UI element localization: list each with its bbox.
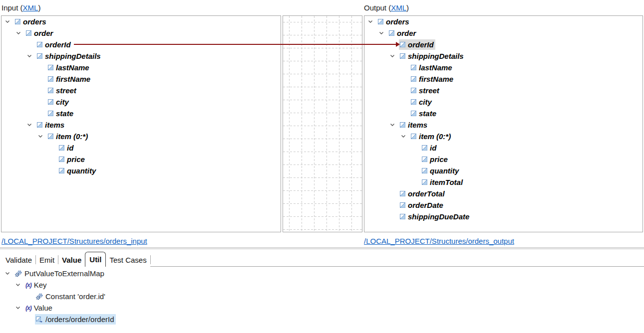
util-tree-item-putvaluetoexternalmap[interactable]: PutValueToExternalMap [0, 268, 644, 279]
fx-icon: (x) [25, 305, 31, 312]
input-tree: ordersorderorderIdshippingDetailslastNam… [1, 16, 281, 176]
chevron-down-icon[interactable] [15, 283, 24, 287]
input-tree-item-street[interactable]: street [1, 85, 281, 96]
output-xml-link[interactable]: XML [391, 3, 406, 12]
input-title-text: Input ( [1, 3, 23, 12]
input-source-link[interactable]: /LOCAL_PROJECT/Structures/orders_input [1, 237, 147, 245]
output-tree-item-street[interactable]: street [364, 85, 643, 96]
input-tree-item-orders[interactable]: orders [1, 16, 281, 27]
chevron-down-icon[interactable] [4, 272, 14, 275]
input-tree-item-item-0[interactable]: item (0:*) [1, 131, 281, 142]
output-structure-panel: ordersorderorderIdshippingDetailslastNam… [364, 15, 643, 232]
input-tree-item-firstname[interactable]: firstName [1, 73, 281, 85]
chevron-down-icon[interactable] [367, 20, 377, 23]
tab-validate[interactable]: Validate [2, 253, 35, 267]
tree-item-content: item (0:*) [410, 131, 452, 142]
tree-item-content: state [410, 108, 438, 119]
input-tree-item-price[interactable]: price [1, 154, 281, 165]
xml-element-icon [411, 111, 416, 116]
util-tree-item-constant-order-id[interactable]: Constant 'order.id' [0, 291, 644, 302]
util-tree-item-value[interactable]: (x)Value [0, 302, 644, 314]
chevron-down-icon[interactable] [389, 54, 399, 58]
util-tree-item-key[interactable]: (x)Key [0, 279, 644, 291]
output-tree-item-city[interactable]: city [364, 96, 643, 108]
tree-item-content: /orders/order/orderId [35, 314, 116, 325]
tab-value[interactable]: Value [58, 253, 85, 267]
input-tree-item-lastname[interactable]: lastName [1, 62, 281, 73]
input-tree-item-items[interactable]: items [1, 119, 281, 131]
output-tree-item-orderid[interactable]: orderId [364, 39, 643, 50]
input-tree-item-shippingdetails[interactable]: shippingDetails [1, 50, 281, 62]
util-function-tree: PutValueToExternalMap(x)KeyConstant 'ord… [0, 268, 644, 325]
tab-test-cases[interactable]: Test Cases [106, 253, 150, 267]
output-tree-item-quantity[interactable]: quantity [364, 165, 643, 176]
output-tree-item-id[interactable]: id [364, 142, 643, 154]
chevron-down-icon[interactable] [37, 135, 47, 138]
function-gears-icon [15, 270, 22, 277]
chevron-down-icon[interactable] [26, 54, 36, 58]
chevron-down-icon[interactable] [15, 306, 24, 310]
output-tree-item-items[interactable]: items [364, 119, 643, 131]
util-tree-item-orders-order-orderid[interactable]: /orders/order/orderId [0, 314, 644, 325]
output-tree-item-state[interactable]: state [364, 108, 643, 119]
tree-item-content: shippingDetails [36, 51, 102, 61]
tree-item-label: items [408, 121, 427, 129]
xml-element-icon [59, 157, 64, 162]
tree-item-label: orderId [408, 40, 434, 49]
output-tree-item-price[interactable]: price [364, 154, 643, 165]
input-xml-link[interactable]: XML [23, 3, 38, 12]
output-source-link[interactable]: /LOCAL_PROJECT/Structures/orders_output [364, 237, 514, 245]
tree-item-label: item (0:*) [56, 132, 88, 141]
xml-element-icon [48, 111, 53, 116]
output-tree-item-lastname[interactable]: lastName [364, 62, 643, 73]
mapping-line-orderid[interactable] [74, 44, 396, 45]
tree-item-content: price [421, 154, 449, 165]
tree-item-label: street [419, 86, 439, 95]
output-tree-item-orderdate[interactable]: orderDate [364, 199, 643, 211]
tree-item-label: orders [386, 17, 409, 26]
output-tree-item-orders[interactable]: orders [364, 16, 643, 27]
output-tree-item-shippingdetails[interactable]: shippingDetails [364, 50, 643, 62]
mapping-grid-canvas[interactable] [283, 15, 362, 232]
xml-element-icon [37, 122, 42, 128]
input-tree-item-quantity[interactable]: quantity [1, 165, 281, 176]
horizontal-splitter[interactable] [0, 248, 644, 248]
chevron-down-icon[interactable] [26, 123, 36, 127]
chevron-down-icon[interactable] [4, 20, 14, 23]
output-tree-item-ordertotal[interactable]: orderTotal [364, 188, 643, 199]
chevron-down-icon[interactable] [378, 31, 388, 35]
tree-item-content: orderTotal [399, 188, 446, 199]
output-tree-item-item-0[interactable]: item (0:*) [364, 131, 643, 142]
input-panel-title: Input (XML) [1, 3, 40, 12]
input-tree-item-city[interactable]: city [1, 96, 281, 108]
chevron-down-icon[interactable] [400, 135, 410, 138]
xml-element-icon [422, 168, 427, 173]
tree-item-content: lastName [47, 62, 91, 73]
input-tree-item-id[interactable]: id [1, 142, 281, 154]
tree-item-content: price [58, 154, 86, 165]
tab-util[interactable]: Util [85, 252, 106, 267]
tree-item-content: quantity [58, 166, 97, 176]
output-title-text: Output ( [364, 3, 391, 12]
input-tree-item-state[interactable]: state [1, 108, 281, 119]
output-tree-item-order[interactable]: order [364, 27, 643, 39]
xml-element-icon [411, 65, 416, 70]
tree-item-label: item (0:*) [419, 132, 451, 141]
tree-item-content: orderDate [399, 200, 445, 210]
output-tree-item-firstname[interactable]: firstName [364, 73, 643, 85]
mapping-arrowhead-icon [396, 42, 400, 47]
tree-item-content: city [410, 97, 433, 107]
chevron-down-icon[interactable] [389, 123, 399, 127]
tree-item-content: orderId [399, 39, 435, 50]
input-tree-item-order[interactable]: order [1, 27, 281, 39]
output-tree-item-shippingduedate[interactable]: shippingDueDate [364, 211, 643, 222]
tree-item-label: firstName [56, 75, 90, 83]
xml-element-icon [48, 88, 53, 93]
tab-emit[interactable]: Emit [36, 253, 58, 267]
output-tree-item-itemtotal[interactable]: itemTotal [364, 176, 643, 188]
tree-item-label: city [419, 98, 432, 106]
tree-item-label: shippingDueDate [408, 212, 469, 221]
tree-item-content: orders [14, 16, 48, 27]
chevron-down-icon[interactable] [15, 31, 25, 35]
tree-item-label: Value [34, 304, 52, 312]
